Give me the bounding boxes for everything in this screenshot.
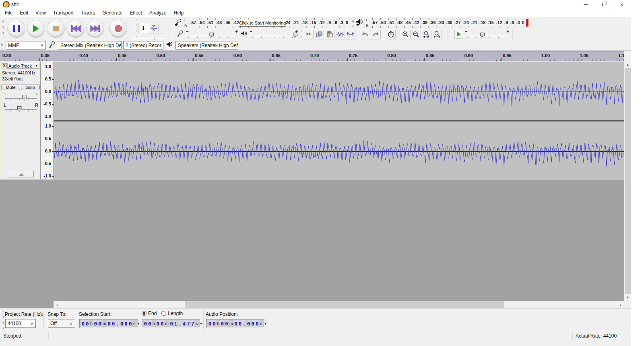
zoom-in-button[interactable] bbox=[400, 29, 411, 39]
record-button[interactable] bbox=[109, 20, 127, 37]
redo-button[interactable] bbox=[371, 29, 381, 39]
chevron-down-icon: ∨ bbox=[68, 321, 73, 326]
toolbar-grip[interactable] bbox=[352, 19, 355, 27]
playback-meter-scale[interactable]: -57-54-51-48-45-42-39-36-33-30-27-24-21-… bbox=[372, 18, 524, 28]
scroll-up-icon[interactable]: ▲ bbox=[624, 61, 631, 68]
chevron-down-icon: ∨ bbox=[28, 321, 33, 326]
toolbar-grip[interactable] bbox=[2, 311, 4, 329]
chevron-down-icon: ∨ bbox=[161, 43, 163, 48]
dropdown-arrow-icon[interactable] bbox=[175, 24, 178, 28]
undo-button[interactable] bbox=[360, 29, 370, 39]
playback-speed-slider[interactable]: −+ bbox=[465, 29, 509, 39]
playback-volume-slider[interactable]: −+ bbox=[250, 29, 298, 39]
edit-toolbar: ✂ bbox=[299, 29, 448, 40]
length-radio[interactable] bbox=[161, 311, 166, 316]
mute-button[interactable]: Mute bbox=[1, 84, 20, 90]
menu-edit[interactable]: Edit bbox=[16, 9, 32, 16]
fit-selection-button[interactable] bbox=[421, 29, 431, 39]
sync-lock-button[interactable] bbox=[386, 29, 396, 39]
play-button[interactable] bbox=[27, 20, 45, 37]
menu-help[interactable]: Help bbox=[170, 9, 188, 16]
timefield-dropdown-icon[interactable]: ▾ bbox=[264, 321, 266, 325]
menu-view[interactable]: View bbox=[32, 9, 50, 16]
dropdown-arrow-icon[interactable] bbox=[356, 24, 359, 28]
skip-to-end-button[interactable] bbox=[87, 20, 104, 37]
restore-button[interactable] bbox=[594, 0, 613, 9]
end-radio[interactable] bbox=[142, 311, 147, 316]
recording-meter-toolbar[interactable]: LR -57-54-51-48-45-42-39-36-33-30-27-24-… bbox=[169, 17, 350, 29]
pause-button[interactable] bbox=[8, 20, 25, 37]
track-gain-slider[interactable]: −+ bbox=[4, 91, 38, 101]
audio-host-select[interactable]: MME∨ bbox=[6, 41, 46, 49]
silence-icon bbox=[347, 31, 355, 37]
waveform-left-channel[interactable] bbox=[54, 62, 624, 120]
waveform-display[interactable] bbox=[54, 62, 624, 179]
menu-tracks[interactable]: Tracks bbox=[77, 9, 99, 16]
menu-effect[interactable]: Effect bbox=[126, 9, 145, 16]
timeline-label: 0.80 bbox=[387, 53, 396, 58]
recording-volume-slider[interactable]: −+ bbox=[186, 29, 238, 39]
selection-start-field[interactable]: 00h00m00.000s▾ bbox=[79, 319, 138, 328]
timeline-ruler[interactable]: 0.300.350.400.450.500.550.600.650.700.75… bbox=[0, 51, 624, 61]
horizontal-scrollbar[interactable]: ‹ › bbox=[54, 301, 624, 308]
trim-audio-button[interactable] bbox=[335, 29, 345, 39]
waveform-right-channel[interactable] bbox=[54, 122, 624, 180]
toolbar-grip[interactable] bbox=[170, 19, 173, 27]
track-title-menu[interactable]: Audio Track▼ bbox=[7, 63, 39, 69]
toolbar-grip[interactable] bbox=[134, 19, 137, 38]
playback-device-value: Speakers (Realtek High Defin bbox=[178, 43, 238, 48]
fit-project-button[interactable] bbox=[432, 29, 442, 39]
copy-button[interactable] bbox=[314, 29, 324, 39]
vertical-ruler[interactable]: 1.00.50.0-0.5-1.01.00.50.0-0.5-1.0 bbox=[41, 62, 54, 179]
minimize-button[interactable] bbox=[576, 0, 594, 9]
toolbar-grip[interactable] bbox=[1, 41, 4, 49]
timeline-label: 1.00 bbox=[541, 53, 550, 58]
playback-device-select[interactable]: Speakers (Realtek High Defin∨ bbox=[175, 41, 238, 49]
vertical-scrollbar[interactable]: ▲ ▼ bbox=[624, 61, 631, 301]
timeline-tick bbox=[617, 58, 617, 61]
menu-analyze[interactable]: Analyze bbox=[146, 9, 170, 16]
playback-meter-toolbar[interactable]: LR -57-54-51-48-45-42-39-36-33-30-27-24-… bbox=[351, 17, 530, 29]
undo-icon bbox=[362, 31, 369, 37]
toolbar-grip[interactable] bbox=[2, 20, 4, 38]
timefield-dropdown-icon[interactable]: ▾ bbox=[138, 321, 140, 325]
close-button[interactable]: × bbox=[613, 0, 631, 9]
toolbar-grip[interactable] bbox=[449, 30, 452, 39]
envelope-tool-button[interactable] bbox=[149, 23, 159, 33]
menu-generate[interactable]: Generate bbox=[99, 9, 126, 16]
snap-to-select[interactable]: Off∨ bbox=[48, 319, 75, 328]
ruler-value: -0.5 bbox=[43, 101, 51, 106]
track-workspace[interactable]: X Audio Track▼ Stereo, 44100Hz 32-bit fl… bbox=[0, 61, 631, 308]
meter-scale-value: -48 bbox=[216, 20, 222, 25]
recording-device-select[interactable]: Stereo Mix (Realtek High Defi∨ bbox=[58, 41, 122, 49]
skip-to-start-button[interactable] bbox=[67, 20, 84, 37]
stop-button[interactable] bbox=[47, 20, 64, 37]
paste-button[interactable] bbox=[324, 29, 334, 39]
recording-channels-select[interactable]: 2 (Stereo) Recor∨ bbox=[123, 41, 163, 49]
vertical-scroll-thumb[interactable] bbox=[625, 68, 631, 294]
meter-scale-value: -54 bbox=[380, 20, 386, 25]
zoom-out-button[interactable] bbox=[411, 29, 421, 39]
zoom-in-icon bbox=[402, 31, 409, 38]
track-collapse-button[interactable] bbox=[9, 171, 34, 177]
cut-button[interactable]: ✂ bbox=[303, 29, 314, 39]
toolbar-grip[interactable] bbox=[299, 30, 302, 39]
menu-transport[interactable]: Transport bbox=[50, 9, 77, 16]
timeline-label: 0.90 bbox=[464, 53, 473, 58]
selection-end-field[interactable]: 00h00m01.477s▾ bbox=[142, 319, 200, 328]
horizontal-scroll-thumb[interactable] bbox=[185, 301, 504, 308]
play-at-speed-button[interactable] bbox=[454, 30, 463, 39]
scroll-down-icon[interactable]: ▼ bbox=[624, 294, 631, 301]
scroll-right-icon[interactable]: › bbox=[617, 301, 624, 308]
project-rate-select[interactable]: 44100∨ bbox=[5, 319, 36, 328]
solo-button[interactable]: Solo bbox=[21, 84, 40, 90]
track-close-button[interactable]: X bbox=[2, 63, 7, 68]
menu-file[interactable]: File bbox=[1, 9, 16, 16]
timefield-dropdown-icon[interactable]: ▾ bbox=[200, 321, 202, 325]
toolbar-grip[interactable] bbox=[170, 30, 173, 39]
selection-tool-button[interactable]: I bbox=[138, 23, 149, 33]
scroll-left-icon[interactable]: ‹ bbox=[54, 301, 61, 308]
audio-position-field[interactable]: 00h00m00.000s▾ bbox=[206, 319, 265, 328]
silence-audio-button[interactable] bbox=[345, 29, 355, 39]
track-pan-slider[interactable]: LR bbox=[4, 103, 38, 112]
